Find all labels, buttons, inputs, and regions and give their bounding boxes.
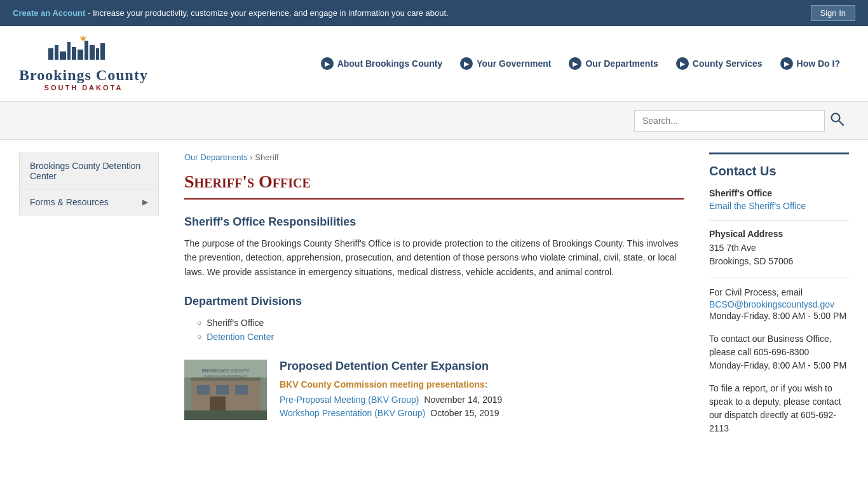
division-sheriffs-office: Sheriff's Office: [207, 318, 264, 328]
svg-rect-6: [85, 41, 88, 60]
logo: Brookings County SOUTH DAKOTA: [19, 36, 148, 92]
main-layout: Brookings County Detention Center Forms …: [0, 140, 868, 467]
divisions-section: Department Divisions Sheriff's Office De…: [184, 295, 684, 344]
nav-bullet-services: ▶: [676, 57, 689, 70]
list-item: Sheriff's Office: [197, 316, 684, 330]
main-nav: ▶ About Brookings County ▶ Your Governme…: [148, 52, 849, 75]
nav-bullet-departments: ▶: [569, 57, 581, 70]
responsibilities-text: The purpose of the Brookings County Sher…: [184, 236, 684, 279]
meeting-date-1: November 14, 2019: [424, 395, 502, 405]
create-account-link[interactable]: Create an Account: [13, 8, 85, 18]
nav-bullet-about: ▶: [321, 57, 334, 70]
pre-proposal-link[interactable]: Pre-Proposal Meeting (BKV Group): [280, 395, 419, 405]
search-bar: [0, 102, 868, 140]
svg-rect-21: [235, 385, 248, 395]
svg-rect-19: [197, 385, 210, 395]
search-button[interactable]: [825, 109, 849, 132]
contact-civil: For Civil Process, email BCSO@brookingsc…: [709, 286, 849, 323]
breadcrumb-parent-link[interactable]: Our Departments: [184, 152, 248, 162]
svg-rect-2: [60, 51, 66, 60]
meeting-date-2: October 15, 2019: [430, 408, 499, 418]
workshop-link[interactable]: Workshop Presentation (BKV Group): [280, 408, 425, 418]
logo-sub-text: SOUTH DAKOTA: [44, 84, 123, 92]
contact-civil-email-link[interactable]: BCSO@brookingscountysd.gov: [709, 299, 834, 309]
sign-in-button[interactable]: Sign In: [811, 5, 855, 21]
svg-line-15: [839, 121, 843, 125]
contact-deputy-text: To file a report, or if you wish to spea…: [709, 382, 849, 435]
svg-rect-23: [184, 410, 267, 420]
sidebar-item-forms[interactable]: Forms & Resources ▶: [19, 189, 159, 215]
contact-email-link[interactable]: Email the Sheriff's Office: [709, 201, 806, 211]
contact-civil-hours: Monday-Friday, 8:00 AM - 5:00 PM: [709, 309, 849, 323]
nav-government[interactable]: ▶ Your Government: [451, 52, 560, 75]
svg-point-10: [81, 37, 85, 41]
logo-icon: [45, 36, 121, 65]
contact-office: Sheriff's Office Email the Sheriff's Off…: [709, 188, 849, 211]
contact-divider-2: [709, 278, 849, 278]
expansion-section: BROOKINGS COUNTY SHERIFF DEPARTMENT Prop…: [184, 360, 684, 421]
top-bar: Create an Account - Increase your produc…: [0, 0, 868, 26]
svg-rect-7: [90, 45, 95, 60]
svg-rect-1: [55, 45, 58, 60]
nav-howdoi[interactable]: ▶ How Do I?: [771, 52, 849, 75]
contact-address-section: Physical Address 315 7th Ave Brookings, …: [709, 229, 849, 268]
top-bar-message: Create an Account - Increase your produc…: [13, 8, 449, 18]
svg-rect-9: [100, 43, 105, 60]
contact-city: Brookings, SD 57006: [709, 255, 849, 268]
sidebar-arrow-icon: ▶: [142, 198, 148, 207]
contact-divider-1: [709, 220, 849, 221]
sidebar-item-detention[interactable]: Brookings County Detention Center: [19, 152, 159, 189]
contact-civil-text: For Civil Process, email: [709, 287, 803, 297]
svg-rect-8: [96, 48, 99, 60]
divisions-list: Sheriff's Office Detention Center: [197, 316, 684, 344]
contact-business-hours: Monday-Friday, 8:00 AM - 5:00 PM: [709, 359, 849, 372]
expansion-content: Proposed Detention Center Expansion BKV …: [280, 360, 684, 421]
logo-main-text: Brookings County: [19, 67, 148, 84]
meeting-row-1: Pre-Proposal Meeting (BKV Group) Novembe…: [280, 395, 684, 405]
page-title: Sheriff's Office: [184, 172, 684, 200]
nav-bullet-howdoi: ▶: [780, 57, 793, 70]
svg-line-13: [85, 37, 86, 38]
svg-rect-0: [48, 48, 53, 60]
expansion-title: Proposed Detention Center Expansion: [280, 360, 684, 373]
svg-text:BROOKINGS COUNTY: BROOKINGS COUNTY: [202, 369, 250, 373]
commission-label: BKV County Commission meeting presentati…: [280, 379, 684, 390]
svg-rect-3: [67, 42, 71, 60]
division-detention-link[interactable]: Detention Center: [207, 332, 274, 342]
right-sidebar: Contact Us Sheriff's Office Email the Sh…: [696, 152, 849, 454]
search-input[interactable]: [634, 110, 825, 132]
contact-business-text: To contact our Business Office, please c…: [709, 332, 849, 359]
divisions-heading: Department Divisions: [184, 295, 684, 308]
svg-rect-20: [216, 385, 229, 395]
svg-rect-4: [72, 47, 76, 60]
svg-text:SHERIFF DEPARTMENT: SHERIFF DEPARTMENT: [204, 374, 247, 378]
nav-about[interactable]: ▶ About Brookings County: [312, 52, 452, 75]
nav-bullet-government: ▶: [460, 57, 473, 70]
nav-services[interactable]: ▶ County Services: [667, 52, 771, 75]
main-content: Our Departments › Sheriff Sheriff's Offi…: [172, 152, 696, 454]
svg-line-12: [80, 37, 81, 38]
contact-street: 315 7th Ave: [709, 241, 849, 255]
top-bar-tagline: - Increase your productivity, customize …: [85, 8, 448, 18]
nav-departments[interactable]: ▶ Our Departments: [560, 52, 667, 75]
svg-rect-5: [78, 50, 83, 60]
breadcrumb-current: Sheriff: [255, 152, 278, 162]
header: Brookings County SOUTH DAKOTA ▶ About Br…: [0, 26, 868, 102]
sidebar: Brookings County Detention Center Forms …: [19, 152, 159, 454]
contact-title: Contact Us: [709, 164, 849, 179]
contact-business: To contact our Business Office, please c…: [709, 332, 849, 372]
contact-deputy: To file a report, or if you wish to spea…: [709, 382, 849, 435]
meeting-row-2: Workshop Presentation (BKV Group) Octobe…: [280, 408, 684, 418]
list-item: Detention Center: [197, 330, 684, 344]
responsibilities-heading: Sheriff's Office Responsibilities: [184, 215, 684, 229]
contact-office-label: Sheriff's Office: [709, 188, 849, 198]
contact-address-label: Physical Address: [709, 229, 849, 239]
responsibilities-section: Sheriff's Office Responsibilities The pu…: [184, 215, 684, 279]
expansion-image: BROOKINGS COUNTY SHERIFF DEPARTMENT: [184, 360, 267, 420]
breadcrumb: Our Departments › Sheriff: [184, 152, 684, 162]
contact-box: Contact Us Sheriff's Office Email the Sh…: [709, 152, 849, 454]
